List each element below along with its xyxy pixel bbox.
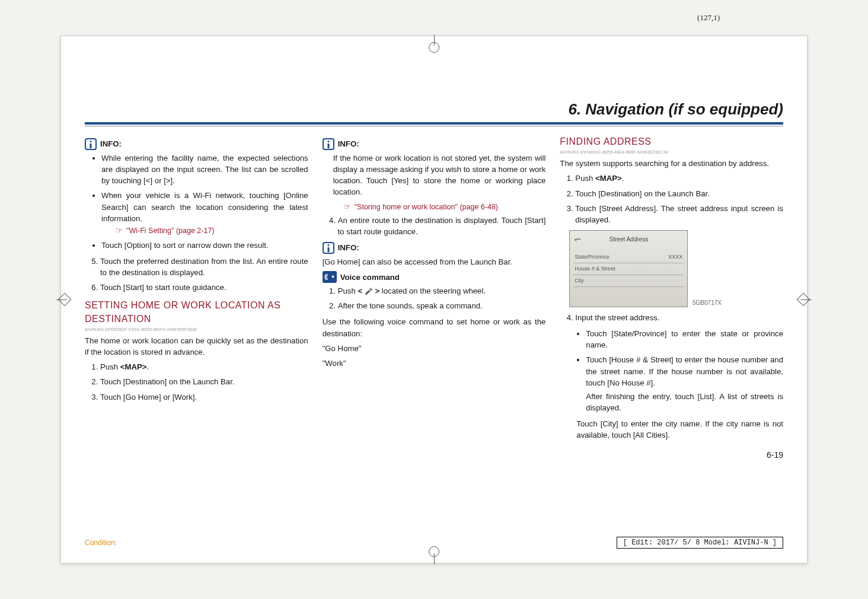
step-item: After the tone sounds, speak a command. — [338, 300, 546, 311]
step-list: Touch the preferred destination from the… — [85, 256, 308, 293]
screenshot-row: City — [573, 275, 684, 287]
paragraph: [Go Home] can also be accessed from the … — [323, 256, 546, 267]
step-item: Push <MAP>. — [100, 361, 308, 372]
step-text-a: Push — [338, 286, 358, 295]
header-rule-thick — [85, 122, 783, 125]
voice-command-icon — [323, 271, 337, 283]
reference-text: "Wi-Fi Setting" (page 2-17) — [126, 225, 215, 236]
step-item: An entire route to the destination is di… — [338, 215, 546, 237]
list-item: When your vehicle is a Wi-Fi network, to… — [101, 190, 308, 236]
section-heading: FINDING ADDRESS — [560, 135, 783, 148]
info-label: INFO: — [100, 138, 122, 149]
step-item: Touch [Start] to start route guidance. — [100, 282, 308, 293]
crop-mark-top — [416, 35, 452, 53]
screenshot-row: House # & Street — [573, 263, 684, 275]
page-number: 6-19 — [560, 449, 783, 461]
step-list: Push <MAP>. Touch [Destination] on the L… — [560, 173, 783, 225]
screenshot-row: State/Province XXXX — [573, 251, 684, 263]
step-item: Touch the preferred destination from the… — [100, 256, 308, 278]
paragraph: The home or work location can be quickly… — [85, 335, 308, 358]
cross-reference: ☞ "Wi-Fi Setting" (page 2-17) — [116, 225, 308, 236]
paragraph: Touch [City] to enter the city name. If … — [576, 418, 783, 441]
reference-text: "Storing home or work location" (page 6-… — [355, 202, 498, 212]
header-rule-thin — [85, 126, 783, 126]
screenshot-block: ⤺ Street Address State/Province XXXX Hou… — [569, 230, 783, 307]
step-text-b: located on the steering wheel. — [382, 286, 486, 295]
step-list: An entire route to the destination is di… — [323, 215, 546, 237]
list-item: Touch [State/Province] to enter the stat… — [586, 328, 783, 351]
content-columns: INFO: While entering the facility name, … — [85, 135, 783, 461]
list-item-text: When your vehicle is a Wi-Fi network, to… — [101, 191, 308, 222]
section-heading: SETTING HOME OR WORK LOCATION AS DESTINA… — [85, 298, 308, 326]
condition-label: Condition: — [85, 539, 117, 547]
row-label: City — [575, 277, 584, 285]
paragraph: Use the following voice command to set h… — [323, 316, 546, 339]
step-item: Touch [Street Address]. The street addre… — [575, 203, 783, 225]
row-label: State/Province — [575, 253, 609, 261]
crop-mark-right — [795, 291, 812, 308]
info-icon — [85, 138, 97, 150]
page-coordinate: (127,1) — [697, 13, 720, 23]
guid-code: AIVINJN1-E974693C-B055-4844-9B8F-849E062… — [560, 149, 783, 155]
chapter-title: 6. Navigation (if so equipped) — [85, 100, 783, 119]
paragraph: If the home or work location is not stor… — [333, 152, 546, 198]
footer: Condition: [ Edit: 2017/ 5/ 8 Model: AIV… — [85, 537, 783, 549]
crop-mark-left — [56, 291, 73, 308]
info-tag: INFO: — [85, 138, 308, 150]
info-label: INFO: — [338, 138, 359, 149]
edit-model-box: [ Edit: 2017/ 5/ 8 Model: AIVINJ-N ] — [617, 537, 783, 549]
list-item-sub: After finishing the entry, touch [List].… — [586, 391, 783, 413]
row-label: House # & Street — [575, 265, 615, 273]
step-item: Touch [Destination] on the Launch Bar. — [100, 376, 308, 387]
paragraph: The system supports searching for a dest… — [560, 158, 783, 169]
ui-screenshot: ⤺ Street Address State/Province XXXX Hou… — [569, 230, 688, 307]
voice-button-icon: 🎤 — [365, 288, 373, 295]
info-tag: INFO: — [323, 242, 546, 254]
column-1: INFO: While entering the facility name, … — [85, 135, 308, 461]
step-item: Touch [Go Home] or [Work]. — [100, 391, 308, 403]
voice-phrase: "Go Home" — [323, 343, 546, 354]
crop-mark-bottom — [416, 546, 452, 564]
step-list: Push <MAP>. Touch [Destination] on the L… — [85, 361, 308, 402]
list-item: Touch [Option] to sort or narrow down th… — [101, 240, 308, 251]
screenshot-id: 5GB0717X — [693, 299, 722, 308]
step-item: Push < 🎤 > located on the steering wheel… — [338, 285, 546, 297]
back-icon: ⤺ — [575, 234, 581, 246]
page: 6. Navigation (if so equipped) INFO: Whi… — [60, 36, 808, 563]
voice-phrase: "Work" — [323, 358, 546, 369]
row-value: XXXX — [668, 253, 682, 261]
step-list: Input the street address. — [560, 312, 783, 323]
screenshot-title: Street Address — [573, 234, 684, 244]
info-label: INFO: — [338, 242, 359, 253]
step-item: Push <MAP>. — [575, 173, 783, 184]
voice-label: Voice command — [340, 272, 400, 283]
info-icon — [323, 242, 334, 254]
bullet-list: Touch [State/Province] to enter the stat… — [569, 328, 783, 413]
reference-icon: ☞ — [344, 203, 351, 211]
step-item: Input the street address. — [575, 312, 783, 323]
list-item: While entering the facility name, the ex… — [101, 152, 308, 186]
step-item: Touch [Destination] on the Launch Bar. — [575, 188, 783, 199]
list-item: Touch [House # & Street] to enter the ho… — [586, 354, 783, 413]
voice-tag: Voice command — [323, 271, 546, 283]
column-2: INFO: If the home or work location is no… — [323, 135, 546, 461]
info-tag: INFO: — [323, 138, 546, 150]
chapter-header: 6. Navigation (if so equipped) — [85, 100, 783, 126]
cross-reference: ☞ "Storing home or work location" (page … — [344, 202, 546, 212]
list-item-text: Touch [House # & Street] to enter the ho… — [586, 355, 783, 387]
reference-icon: ☞ — [116, 227, 123, 234]
bullet-list: While entering the facility name, the ex… — [85, 152, 308, 251]
column-3: FINDING ADDRESS AIVINJN1-E974693C-B055-4… — [560, 135, 783, 461]
step-list: Push < 🎤 > located on the steering wheel… — [323, 285, 546, 311]
info-icon — [323, 138, 334, 150]
guid-code: AIVINJN1-EFD628DF-FD10-4DDD-BDF4-340E595… — [85, 327, 308, 333]
